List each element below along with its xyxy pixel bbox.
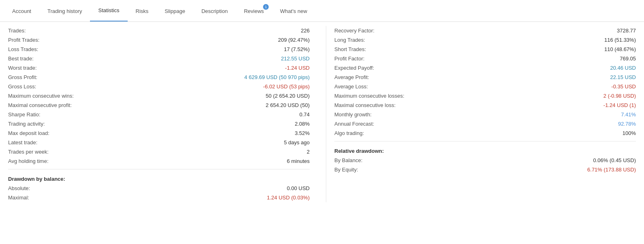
stat-row: Trading activity:2.08%	[8, 119, 310, 128]
tab-trading-history[interactable]: Trading history	[39, 1, 90, 21]
stat-value: 2 (-0.98 USD)	[603, 93, 636, 99]
stat-value: 92.78%	[618, 121, 636, 127]
tab-description[interactable]: Description	[193, 1, 236, 21]
tab-bar: AccountTrading historyStatisticsRisksSli…	[0, 0, 644, 22]
stat-label: Maximal consecutive loss:	[334, 102, 396, 108]
stat-row: By Equity:6.71% (173.88 USD)	[334, 165, 636, 174]
stat-label: Maximal consecutive profit:	[8, 102, 72, 108]
column-divider	[326, 26, 326, 202]
stat-label: Recovery Factor:	[334, 28, 374, 34]
stat-label: Short Trades:	[334, 46, 366, 52]
stat-label: Average Loss:	[334, 83, 368, 90]
stat-label: Average Profit:	[334, 74, 369, 80]
stat-value: -0.35 USD	[611, 83, 636, 90]
stat-value: 5 days ago	[284, 139, 310, 146]
stat-label: Latest trade:	[8, 139, 37, 146]
stat-label: Sharpe Ratio:	[8, 111, 41, 118]
stat-row: By Balance:0.06% (0.45 USD)	[334, 156, 636, 165]
stat-value: 209 (92.47%)	[278, 37, 310, 43]
tab-whats-new[interactable]: What's new	[272, 1, 315, 21]
stat-label: Trades per week:	[8, 149, 49, 155]
stat-row: Maximal consecutive profit:2 654.20 USD …	[8, 101, 310, 110]
stat-row: Long Trades:116 (51.33%)	[334, 35, 636, 45]
stat-value: -1.24 USD	[285, 65, 310, 71]
stats-content: Trades:226Profit Trades:209 (92.47%)Loss…	[0, 22, 644, 206]
stat-row: Average Loss:-0.35 USD	[334, 82, 636, 91]
stat-row: Trades:226	[8, 26, 310, 35]
stat-row: Maximal consecutive loss:-1.24 USD (1)	[334, 101, 636, 110]
stat-row: Profit Trades:209 (92.47%)	[8, 35, 310, 45]
stat-value: -1.24 USD (1)	[603, 102, 636, 108]
tab-account[interactable]: Account	[4, 1, 39, 21]
right-column: Recovery Factor:3728.77Long Trades:116 (…	[334, 26, 636, 202]
stat-label: Monthly growth:	[334, 111, 372, 118]
stat-value: 22.15 USD	[610, 74, 636, 80]
stat-row: Loss Trades:17 (7.52%)	[8, 45, 310, 54]
stat-label: Algo trading:	[334, 130, 364, 136]
stat-value: 2 654.20 USD (50)	[266, 102, 310, 108]
stat-value: 226	[301, 28, 310, 34]
stat-value: 17 (7.52%)	[284, 46, 310, 52]
stat-row: Profit Factor:769.05	[334, 54, 636, 63]
stat-row: Worst trade:-1.24 USD	[8, 63, 310, 73]
stat-label: Trades:	[8, 28, 26, 34]
stat-label: Long Trades:	[334, 37, 365, 43]
stat-value: 6 minutes	[287, 158, 310, 164]
stat-value: 769.05	[620, 56, 636, 62]
stat-value: 1.24 USD (0.03%)	[267, 195, 310, 201]
stat-row: Gross Profit:4 629.69 USD (50 970 pips)	[8, 73, 310, 82]
tab-reviews[interactable]: Reviews1	[236, 1, 272, 21]
stat-value: 6.71% (173.88 USD)	[587, 167, 636, 173]
tab-risks[interactable]: Risks	[128, 1, 157, 21]
stat-value: 212.55 USD	[281, 56, 310, 62]
stat-row: Maximum consecutive wins:50 (2 654.20 US…	[8, 91, 310, 101]
drawdown-header: Relative drawdown:	[334, 148, 636, 154]
stat-value: 0.74	[300, 111, 310, 118]
stat-row: Absolute:0.00 USD	[8, 184, 310, 193]
stat-value: 3728.77	[617, 28, 636, 34]
stat-label: Maximal:	[8, 195, 29, 201]
stat-value: 110 (48.67%)	[604, 46, 636, 52]
stat-label: Max deposit load:	[8, 130, 49, 136]
stat-label: Annual Forecast:	[334, 121, 374, 127]
stat-label: Absolute:	[8, 185, 30, 191]
stat-row: Average Profit:22.15 USD	[334, 73, 636, 82]
stat-label: Worst trade:	[8, 65, 37, 71]
stat-value: 2.08%	[295, 121, 310, 127]
stat-row: Best trade:212.55 USD	[8, 54, 310, 63]
tabs-container: AccountTrading historyStatisticsRisksSli…	[0, 0, 644, 22]
stat-label: Gross Loss:	[8, 83, 36, 90]
stat-value: 20.46 USD	[610, 65, 636, 71]
stat-value: 7.41%	[621, 111, 636, 118]
stat-row: Latest trade:5 days ago	[8, 138, 310, 147]
stat-label: Best trade:	[8, 56, 34, 62]
stat-row: Annual Forecast:92.78%	[334, 119, 636, 128]
stat-label: Maximum consecutive losses:	[334, 93, 404, 99]
tab-statistics[interactable]: Statistics	[90, 0, 127, 21]
stat-row: Gross Loss:-6.02 USD (53 pips)	[8, 82, 310, 91]
stat-label: Trading activity:	[8, 121, 45, 127]
stat-row: Max deposit load:3.52%	[8, 128, 310, 138]
stat-label: Expected Payoff:	[334, 65, 374, 71]
stat-value: 2	[307, 149, 310, 155]
stat-value: -6.02 USD (53 pips)	[263, 83, 310, 90]
stat-value: 116 (51.33%)	[604, 37, 636, 43]
stat-row: Maximum consecutive losses:2 (-0.98 USD)	[334, 91, 636, 101]
left-column: Trades:226Profit Trades:209 (92.47%)Loss…	[8, 26, 318, 202]
stat-row: Sharpe Ratio:0.74	[8, 110, 310, 119]
stat-value: 3.52%	[295, 130, 310, 136]
stat-label: Maximum consecutive wins:	[8, 93, 74, 99]
stat-label: By Equity:	[334, 167, 358, 173]
stat-value: 4 629.69 USD (50 970 pips)	[244, 74, 310, 80]
stat-label: Profit Trades:	[8, 37, 39, 43]
stat-row: Recovery Factor:3728.77	[334, 26, 636, 35]
stat-value: 50 (2 654.20 USD)	[266, 93, 310, 99]
stat-row: Short Trades:110 (48.67%)	[334, 45, 636, 54]
stat-row: Avg holding time:6 minutes	[8, 156, 310, 166]
stat-label: Gross Profit:	[8, 74, 37, 80]
tab-slippage[interactable]: Slippage	[156, 1, 193, 21]
stat-row: Monthly growth:7.41%	[334, 110, 636, 119]
stat-value: 0.00 USD	[287, 185, 310, 191]
stat-row: Algo trading:100%	[334, 128, 636, 138]
stat-label: Loss Trades:	[8, 46, 38, 52]
